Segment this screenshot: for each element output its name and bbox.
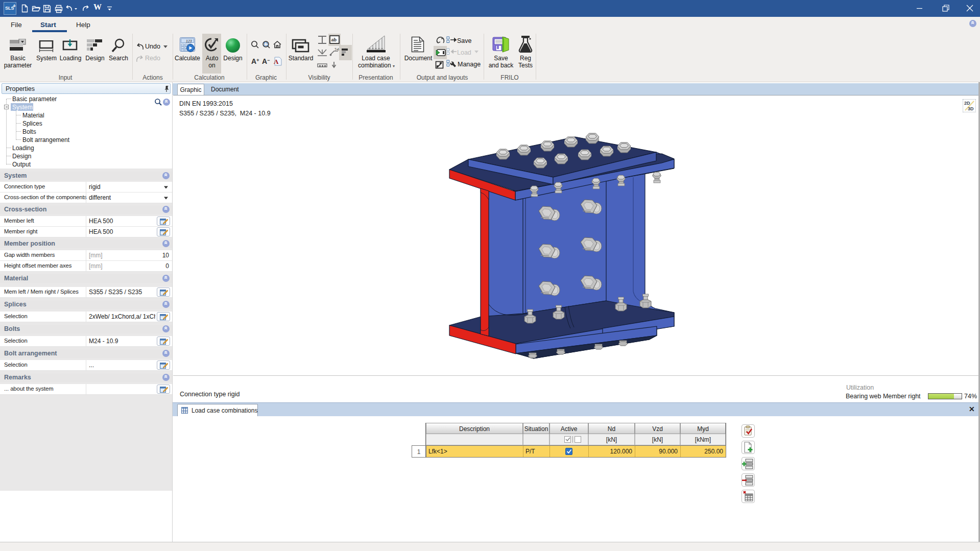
- svg-text:2D: 2D: [964, 101, 970, 106]
- svg-text:A: A: [274, 58, 279, 65]
- svg-text:123: 123: [186, 39, 192, 43]
- svg-text:3D: 3D: [968, 106, 974, 111]
- svg-text:ab: ab: [331, 37, 337, 42]
